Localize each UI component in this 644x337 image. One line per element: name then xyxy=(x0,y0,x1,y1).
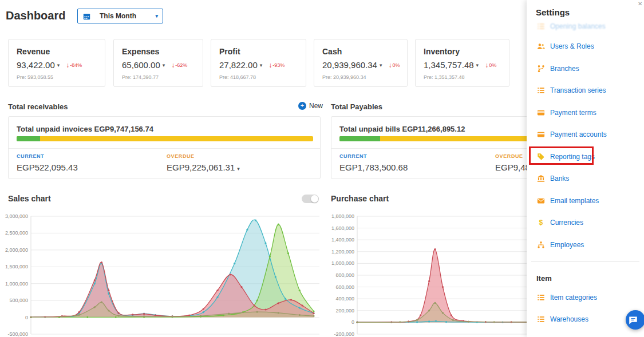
period-selector[interactable]: This Month ▾ xyxy=(77,9,163,23)
sidebar-item-payment-accounts[interactable]: Payment accounts xyxy=(527,127,644,142)
new-button-label: New xyxy=(309,102,323,110)
svg-text:2,000,000: 2,000,000 xyxy=(5,247,28,253)
payables-overdue: OVERDUE EGP9,48 xyxy=(495,153,530,172)
toggle-knob xyxy=(311,195,318,203)
calendar-icon xyxy=(82,12,91,21)
current-label: CURRENT xyxy=(17,153,78,159)
svg-text:1,800,000: 1,800,000 xyxy=(331,213,354,219)
kpi-card-expenses: Expenses 65,600.00 ▾ ↓-62% Pre: 174,390.… xyxy=(113,39,203,87)
settings-panel: Settings Opening balances Users & Roles … xyxy=(527,0,644,337)
sales-chart-canvas: 3,000,0002,500,0002,000,0001,500,0001,00… xyxy=(3,211,319,337)
sidebar-item-payment-terms[interactable]: Payment terms xyxy=(527,105,644,120)
svg-text:1,200,000: 1,200,000 xyxy=(331,249,354,255)
users-icon xyxy=(536,42,545,51)
svg-text:1,400,000: 1,400,000 xyxy=(331,237,354,243)
bank-icon xyxy=(536,175,545,183)
svg-text:0: 0 xyxy=(351,319,354,325)
kpi-card-profit: Profit 27,822.00 ▾ ↓-93% Pre: 418,667.78 xyxy=(211,39,306,87)
kpi-value: 65,600.00 xyxy=(122,60,160,70)
overdue-label: OVERDUE xyxy=(495,153,530,159)
sidebar-item-email-templates[interactable]: Email templates xyxy=(527,193,644,208)
svg-text:0: 0 xyxy=(25,315,28,320)
unpaid-invoices-summary: Total unpaid invoices EGP9,747,156.74 xyxy=(17,125,153,133)
settings-panel-title: Settings xyxy=(536,7,570,17)
kpi-title: Inventory xyxy=(424,47,501,56)
kpi-title: Expenses xyxy=(122,47,195,56)
sidebar-item-employees[interactable]: Employees xyxy=(527,237,644,252)
envelope-icon xyxy=(536,197,545,205)
receivables-overdue: OVERDUE EGP9,225,061.31▾ xyxy=(167,153,240,172)
payables-section-title: Total Payables xyxy=(331,102,382,111)
svg-text:1,500,000: 1,500,000 xyxy=(5,264,28,269)
unpaid-bills-summary: Total unpaid bills EGP11,266,895.12 xyxy=(339,125,465,133)
kpi-value: 27,822.00 xyxy=(219,60,258,70)
down-arrow-icon: ↓ xyxy=(268,61,272,69)
sidebar-item-users-roles[interactable]: Users & Roles xyxy=(527,39,644,54)
divider xyxy=(531,261,639,262)
sidebar-item-banks[interactable]: Banks xyxy=(527,171,644,186)
sidebar-item-partial[interactable]: Opening balances xyxy=(527,19,644,34)
kpi-value-dropdown[interactable]: 27,822.00 ▾ ↓-93% xyxy=(219,60,298,70)
svg-text:2,500,000: 2,500,000 xyxy=(5,230,28,236)
sidebar-item-transaction-series[interactable]: Transaction series xyxy=(527,83,644,98)
kpi-change: ↓0% xyxy=(388,61,400,69)
kpi-card-cash: Cash 20,939,960.34 ▾ ↓0% Pre: 20,939,960… xyxy=(314,39,408,87)
kpi-value-dropdown[interactable]: 65,600.00 ▾ ↓-62% xyxy=(122,60,195,70)
sidebar-item-label: Banks xyxy=(550,175,569,183)
kpi-value: 20,939,960.34 xyxy=(322,60,377,70)
kpi-card-inventory: Inventory 1,345,757.48 ▾ ↓0% Pre: 1,351,… xyxy=(415,39,509,87)
sidebar-item-label: Payment accounts xyxy=(550,130,607,138)
svg-text:-500,000: -500,000 xyxy=(7,331,28,337)
list-icon xyxy=(536,315,545,324)
payables-current: CURRENT EGP1,783,500.68 xyxy=(339,153,408,172)
receivables-progress-current xyxy=(17,136,40,141)
sidebar-item-item-categories[interactable]: Item categories xyxy=(527,290,644,305)
sidebar-item-branches[interactable]: Branches xyxy=(527,61,644,76)
period-label: This Month xyxy=(100,12,136,20)
employees-icon xyxy=(536,241,545,249)
current-value: EGP1,783,500.68 xyxy=(339,162,408,172)
kpi-previous: Pre: 1,351,357.48 xyxy=(424,74,501,80)
new-button[interactable]: + New xyxy=(298,102,323,110)
divider xyxy=(9,148,320,149)
kpi-title: Profit xyxy=(219,47,298,56)
svg-text:-200,000: -200,000 xyxy=(334,331,354,337)
kpi-previous: Pre: 418,667.78 xyxy=(219,74,298,80)
item-section-title: Item xyxy=(536,274,552,283)
list-icon xyxy=(536,22,545,31)
svg-text:1,600,000: 1,600,000 xyxy=(331,225,354,231)
sidebar-item-label: Currencies xyxy=(550,219,583,227)
kpi-value-dropdown[interactable]: 1,345,757.48 ▾ ↓0% xyxy=(424,60,501,70)
down-arrow-icon: ↓ xyxy=(485,61,488,69)
kpi-change: ↓-84% xyxy=(66,61,82,69)
close-icon[interactable]: ✕ xyxy=(638,1,642,7)
current-value: EGP522,095.43 xyxy=(17,162,78,172)
sidebar-item-label: Users & Roles xyxy=(550,42,594,50)
sidebar-item-currencies[interactable]: $ Currencies xyxy=(527,215,644,230)
dollar-icon: $ xyxy=(536,219,545,227)
sales-chart-toggle[interactable] xyxy=(302,195,319,203)
sidebar-item-label: Branches xyxy=(550,65,579,73)
kpi-previous: Pre: 174,390.77 xyxy=(122,74,195,80)
dashboard-page: Dashboard This Month ▾ ✕ Revenue 93,422.… xyxy=(0,0,644,337)
sales-chart-title: Sales chart xyxy=(8,194,51,203)
receivables-progress-bar xyxy=(17,136,313,141)
current-label: CURRENT xyxy=(339,153,408,159)
kpi-previous: Pre: 20,939,960.34 xyxy=(322,74,399,80)
svg-text:800,000: 800,000 xyxy=(335,272,354,278)
kpi-value-dropdown[interactable]: 93,422.00 ▾ ↓-84% xyxy=(17,60,97,70)
overdue-value-dropdown[interactable]: EGP9,225,061.31▾ xyxy=(167,162,240,172)
receivables-current: CURRENT EGP522,095.43 xyxy=(17,153,78,172)
sidebar-item-reporting-tags[interactable]: Reporting tags xyxy=(527,149,644,164)
kpi-previous: Pre: 593,058.55 xyxy=(17,74,97,80)
down-arrow-icon: ↓ xyxy=(388,61,392,69)
down-arrow-icon: ↓ xyxy=(66,61,69,69)
kpi-change: ↓0% xyxy=(485,61,496,69)
kpi-value-dropdown[interactable]: 20,939,960.34 ▾ ↓0% xyxy=(322,60,399,70)
caret-down-icon: ▾ xyxy=(380,62,382,68)
chat-bubble-button[interactable] xyxy=(626,310,644,330)
receivables-section-title: Total receivables xyxy=(8,102,68,111)
kpi-change: ↓-93% xyxy=(268,61,285,69)
sidebar-item-label: Transaction series xyxy=(550,86,606,94)
kpi-title: Cash xyxy=(322,47,399,56)
